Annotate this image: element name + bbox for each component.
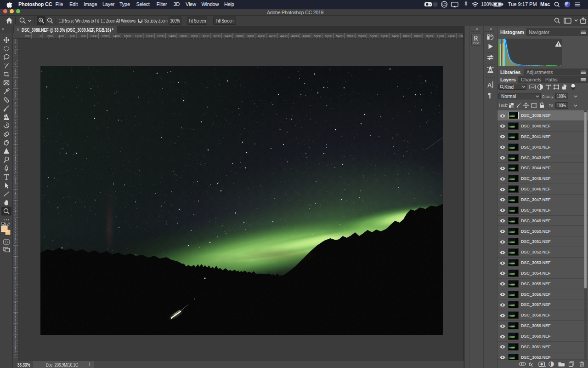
svg-text:3600: 3600 <box>235 34 243 38</box>
svg-text:5000: 5000 <box>314 34 321 38</box>
svg-text:0: 0 <box>15 353 17 356</box>
svg-text:Tue 9:17 PM: Tue 9:17 PM <box>508 1 537 7</box>
svg-text:0: 0 <box>15 342 17 345</box>
svg-text:100%: 100% <box>481 1 493 7</box>
svg-text:5800: 5800 <box>358 34 366 38</box>
svg-text:A: A <box>487 81 492 89</box>
svg-text:4400: 4400 <box>280 34 288 38</box>
svg-text:0: 0 <box>15 264 17 267</box>
svg-text:1400: 1400 <box>113 34 120 38</box>
svg-text:0: 0 <box>15 185 17 189</box>
svg-text:1800: 1800 <box>135 34 142 38</box>
svg-text:6600: 6600 <box>403 34 410 38</box>
svg-text:6000: 6000 <box>369 34 377 38</box>
svg-text:0: 0 <box>15 85 17 88</box>
svg-text:0: 0 <box>15 40 17 43</box>
svg-text:6400: 6400 <box>392 34 399 38</box>
svg-text:4000: 4000 <box>258 34 265 38</box>
svg-text:0: 0 <box>15 51 17 54</box>
svg-text:7200: 7200 <box>436 34 444 38</box>
svg-text:2000: 2000 <box>146 34 153 38</box>
svg-text:3400: 3400 <box>224 34 232 38</box>
svg-text:2800: 2800 <box>191 34 198 38</box>
svg-text:3200: 3200 <box>213 34 220 38</box>
svg-text:7000: 7000 <box>425 34 433 38</box>
svg-text:4800: 4800 <box>302 34 310 38</box>
svg-text:0: 0 <box>15 118 17 121</box>
svg-text:4200: 4200 <box>269 34 276 38</box>
svg-text:5600: 5600 <box>347 34 355 38</box>
svg-text:4600: 4600 <box>291 34 299 38</box>
svg-text:2400: 2400 <box>169 34 176 38</box>
svg-text:0: 0 <box>15 230 17 233</box>
svg-text:0: 0 <box>15 96 17 99</box>
svg-text:Mac: Mac <box>540 1 550 7</box>
svg-text:0: 0 <box>15 74 17 77</box>
svg-text:0: 0 <box>40 34 42 38</box>
svg-text:7400: 7400 <box>448 34 455 38</box>
svg-text:0: 0 <box>15 219 17 222</box>
svg-text:5200: 5200 <box>325 34 332 38</box>
svg-text:0: 0 <box>15 152 17 155</box>
svg-text:200: 200 <box>25 34 30 38</box>
svg-text:600: 600 <box>70 34 75 38</box>
svg-text:2600: 2600 <box>180 34 187 38</box>
svg-text:6200: 6200 <box>381 34 388 38</box>
svg-text:800: 800 <box>81 34 86 38</box>
svg-text:1200: 1200 <box>102 34 109 38</box>
svg-text:5400: 5400 <box>336 34 343 38</box>
svg-text:1000: 1000 <box>90 34 97 38</box>
svg-text:2200: 2200 <box>157 34 164 38</box>
svg-text:200: 200 <box>47 34 53 38</box>
svg-text:400: 400 <box>58 34 64 38</box>
svg-text:3800: 3800 <box>247 34 254 38</box>
svg-text:3000: 3000 <box>202 34 209 38</box>
svg-text:1600: 1600 <box>124 34 131 38</box>
svg-text:6800: 6800 <box>414 34 422 38</box>
svg-text:0: 0 <box>15 297 17 300</box>
svg-text:¶: ¶ <box>488 91 492 99</box>
svg-text:0: 0 <box>15 62 17 65</box>
